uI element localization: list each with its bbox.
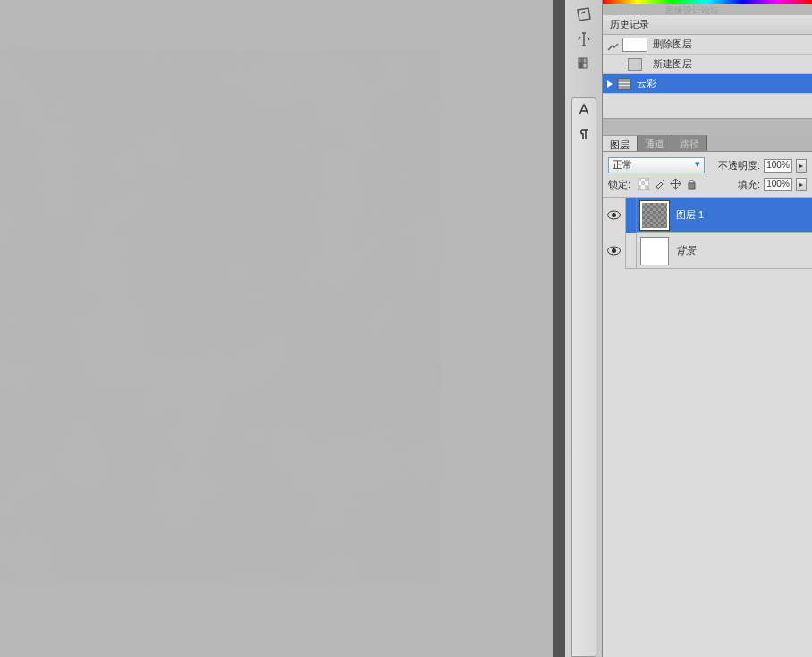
tab-channels[interactable]: 通道 — [638, 135, 672, 151]
layers-panel: 图层 通道 路径 正常 ▾ 不透明度: 100% ▸ 锁定: — [603, 135, 812, 657]
svg-rect-14 — [638, 185, 641, 189]
svg-rect-12 — [645, 178, 648, 181]
lock-all-icon[interactable] — [686, 178, 698, 190]
history-item-new-layer[interactable]: 新建图层 — [603, 55, 812, 74]
navigator-icon[interactable] — [574, 4, 594, 24]
history-item-label: 删除图层 — [653, 38, 692, 51]
opacity-label: 不透明度: — [718, 159, 760, 173]
history-thumb-icon — [621, 37, 649, 53]
character-icon[interactable] — [574, 100, 594, 120]
svg-rect-16 — [689, 183, 695, 189]
svg-rect-15 — [645, 185, 648, 189]
layer-link-col — [626, 198, 637, 233]
history-item-clouds[interactable]: 云彩 — [603, 74, 812, 94]
lock-icons — [638, 178, 698, 190]
history-brush-icon — [606, 38, 621, 52]
panel-tabs: 图层 通道 路径 — [603, 135, 812, 152]
lock-position-icon[interactable] — [670, 178, 682, 190]
opacity-input[interactable]: 100% — [764, 159, 792, 173]
right-panels: 思缘设计论坛 WWW.MISSYUAN.COM 历史记录 删除图层 新建图层 — [553, 0, 812, 657]
layer-name[interactable]: 图层 1 — [676, 208, 812, 222]
canvas-document[interactable] — [0, 49, 441, 585]
history-filter-icon — [615, 76, 633, 92]
fill-arrow[interactable]: ▸ — [796, 178, 807, 191]
svg-rect-4 — [583, 63, 587, 68]
swatches-icon[interactable] — [574, 55, 594, 74]
collapsed-tool-strip — [565, 0, 603, 657]
layer-item-1[interactable]: 图层 1 — [603, 198, 812, 233]
svg-rect-13 — [641, 181, 645, 185]
svg-point-18 — [612, 213, 616, 217]
panels-container: 思缘设计论坛 WWW.MISSYUAN.COM 历史记录 删除图层 新建图层 — [603, 0, 812, 657]
tab-layers[interactable]: 图层 — [603, 135, 638, 151]
svg-point-20 — [612, 248, 616, 253]
history-item-delete-layer[interactable]: 删除图层 — [603, 35, 812, 55]
lock-transparency-icon[interactable] — [638, 178, 650, 190]
layer-thumbnail[interactable] — [640, 237, 669, 265]
layer-visibility-toggle[interactable] — [603, 233, 626, 269]
svg-rect-2 — [583, 58, 587, 63]
history-item-label: 新建图层 — [653, 57, 692, 71]
layer-name[interactable]: 背景 — [676, 244, 812, 257]
opacity-arrow[interactable]: ▸ — [796, 159, 807, 173]
paragraph-icon[interactable] — [574, 125, 594, 145]
history-marker-icon — [606, 80, 615, 88]
history-layer-icon — [621, 56, 649, 72]
layer-list: 图层 1 背景 — [603, 198, 812, 269]
layer-item-background[interactable]: 背景 — [603, 233, 812, 269]
svg-rect-11 — [638, 178, 641, 181]
svg-rect-0 — [0, 49, 441, 585]
layers-empty-area — [603, 269, 812, 657]
fill-input[interactable]: 100% — [764, 178, 792, 191]
canvas-workspace — [0, 0, 553, 657]
svg-rect-5 — [588, 105, 588, 114]
history-panel-title: 历史记录 — [603, 15, 812, 35]
text-tool-strip — [571, 97, 596, 657]
history-panel: 历史记录 删除图层 新建图层 — [603, 15, 812, 119]
lock-paint-icon[interactable] — [654, 178, 666, 190]
layer-visibility-toggle[interactable] — [603, 198, 626, 233]
svg-rect-3 — [579, 63, 582, 68]
watermark-text1: 思缘设计论坛 — [665, 5, 719, 15]
tab-paths[interactable]: 路径 — [672, 135, 707, 151]
blend-mode-select[interactable]: 正常 ▾ — [608, 157, 705, 173]
layer-link-col — [626, 233, 637, 269]
svg-rect-1 — [579, 58, 582, 63]
lock-label: 锁定: — [608, 178, 630, 191]
info-icon[interactable] — [574, 29, 594, 49]
panel-divider — [553, 0, 565, 657]
layer-controls: 正常 ▾ 不透明度: 100% ▸ 锁定: — [603, 152, 812, 198]
layer-thumbnail[interactable] — [640, 201, 669, 230]
fill-label: 填充: — [738, 178, 760, 191]
history-item-label: 云彩 — [637, 77, 656, 90]
